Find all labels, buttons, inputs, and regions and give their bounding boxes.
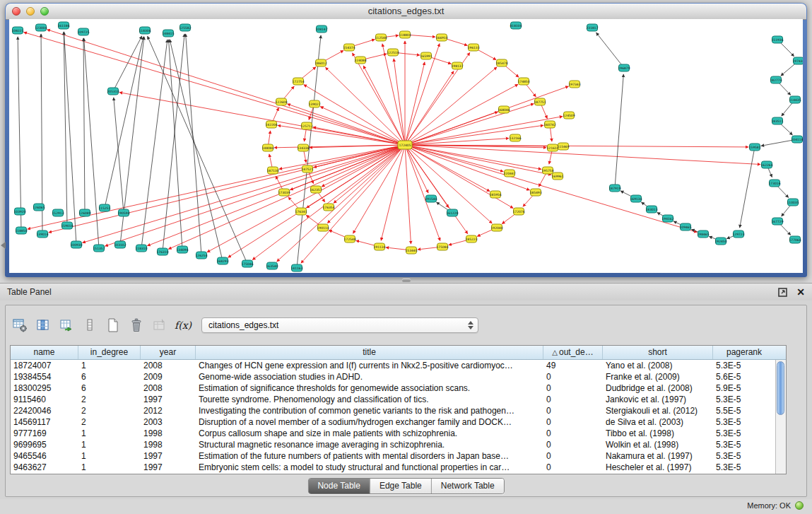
graph-node[interactable]: 159581 — [748, 144, 760, 151]
table-cell[interactable]: Nakamura et al. (1997) — [603, 450, 713, 462]
graph-node[interactable]: 224088 — [354, 57, 366, 64]
graph-node[interactable]: 134336 — [297, 144, 309, 151]
table-cell[interactable]: 1997 — [141, 462, 196, 473]
graph-node[interactable]: 177064 — [789, 236, 801, 243]
table-cell[interactable]: 0 — [543, 428, 603, 439]
graph-node[interactable]: 114435 — [789, 96, 801, 103]
graph-node[interactable]: 151357 — [93, 245, 105, 252]
table-cell[interactable]: 5.3E-5 — [713, 416, 775, 428]
memory-status-icon[interactable] — [795, 501, 804, 510]
column-header-short[interactable]: short — [603, 346, 713, 359]
graph-node[interactable]: 195758 — [541, 167, 553, 174]
graph-node[interactable]: 186012 — [314, 59, 326, 66]
table-cell[interactable]: Estimation of the future numbers of pati… — [196, 450, 543, 462]
table-cell[interactable]: 9465546 — [11, 450, 78, 462]
table-cell[interactable]: 0 — [543, 439, 603, 450]
graph-node[interactable]: 118306 — [139, 27, 151, 34]
table-cell[interactable]: 1 — [78, 439, 141, 450]
table-cell[interactable]: 5.3E-5 — [713, 428, 775, 439]
graph-node[interactable]: 183511 — [771, 117, 783, 124]
table-cell[interactable]: 9699695 — [11, 439, 78, 450]
table-row[interactable]: 911546021997Tourette syndrome. Phenomeno… — [11, 394, 775, 405]
column-header-out-de-[interactable]: △out_de… — [543, 346, 603, 359]
graph-node[interactable]: 166910 — [435, 34, 447, 41]
table-cell[interactable]: Changes of HCN gene expression and I(f) … — [196, 360, 543, 371]
graph-hub-node[interactable]: 172405 — [398, 141, 412, 149]
graph-node[interactable]: 104118 — [791, 136, 803, 143]
close-window-button[interactable] — [12, 7, 20, 16]
graph-node[interactable]: 151936 — [771, 36, 783, 43]
graph-node[interactable]: 172548 — [343, 235, 355, 243]
show-columns-icon[interactable] — [35, 317, 52, 334]
table-cell[interactable]: 5.3E-5 — [713, 360, 775, 371]
graph-node[interactable]: 121618 — [546, 144, 558, 151]
graph-node[interactable]: 124509 — [563, 112, 575, 119]
graph-node[interactable]: 205310 — [107, 88, 119, 95]
table-cell[interactable]: Yano et al. (2008) — [603, 360, 713, 371]
graph-node[interactable]: 182774 — [770, 76, 782, 83]
table-cell[interactable]: 2009 — [141, 371, 196, 382]
graph-node[interactable]: 139027 — [308, 100, 320, 107]
table-cell[interactable]: 1 — [78, 428, 141, 439]
minimize-window-button[interactable] — [26, 7, 35, 16]
graph-node[interactable]: 185478 — [495, 59, 507, 66]
graph-node[interactable]: 159018 — [61, 222, 73, 229]
table-cell[interactable]: 1998 — [141, 439, 196, 450]
table-cell[interactable]: 6 — [78, 371, 141, 382]
column-header-name[interactable]: name — [11, 346, 78, 359]
graph-node[interactable]: 109725 — [77, 28, 89, 35]
table-cell[interactable]: Wolkin et al. (1998) — [603, 439, 713, 450]
graph-node[interactable]: 231817 — [586, 24, 598, 31]
graph-node[interactable]: 185223 — [465, 235, 477, 243]
table-cell[interactable]: 0 — [543, 382, 603, 394]
graph-node[interactable]: 187130 — [266, 167, 278, 174]
graph-node[interactable]: 172076 — [512, 208, 524, 215]
table-cell[interactable]: 5.3E-5 — [713, 462, 775, 473]
table-cell[interactable]: Tourette syndrome. Phenomenology and cla… — [196, 394, 543, 405]
graph-node[interactable]: 172754 — [292, 78, 304, 85]
graph-node[interactable]: 168046 — [498, 106, 510, 113]
graph-node[interactable]: 190114 — [317, 224, 329, 231]
graph-node[interactable]: 122518 — [387, 49, 399, 56]
table-cell[interactable]: 0 — [543, 405, 603, 416]
float-panel-icon[interactable] — [777, 287, 788, 298]
graph-node[interactable]: 196879 — [618, 64, 630, 71]
graph-node[interactable]: 169134 — [630, 195, 642, 202]
table-cell[interactable]: 0 — [543, 416, 603, 428]
graph-node[interactable]: 126065 — [33, 204, 45, 211]
graph-node[interactable]: 126089 — [78, 209, 90, 216]
graph-node[interactable]: 161186 — [57, 22, 69, 29]
graph-node[interactable]: 162357 — [310, 186, 322, 193]
graph-node[interactable]: 108147 — [315, 25, 327, 33]
graph-node[interactable]: 129723 — [732, 230, 744, 238]
graph-node[interactable]: 818104 — [510, 22, 522, 29]
table-cell[interactable]: 2012 — [141, 405, 196, 416]
graph-node[interactable]: 139014 — [36, 230, 48, 238]
citation-network-graph[interactable]: 1188041669101961331854781748501877511607… — [9, 19, 803, 273]
table-row[interactable]: 946554611997Estimation of the future num… — [11, 450, 775, 462]
tab-edge-table[interactable]: Edge Table — [370, 479, 431, 493]
graph-node[interactable]: 109465 — [679, 223, 691, 230]
graph-node[interactable]: 118804 — [399, 31, 411, 38]
table-cell[interactable]: 0 — [543, 462, 603, 473]
column-header-title[interactable]: title — [196, 346, 543, 359]
table-cell[interactable]: 2003 — [141, 416, 196, 428]
table-cell[interactable]: 2 — [78, 405, 141, 416]
graph-node[interactable]: 118850 — [15, 227, 27, 234]
graph-node[interactable]: 167729 — [771, 218, 783, 225]
table-cell[interactable]: 0 — [543, 371, 603, 382]
graph-node[interactable]: 115251 — [98, 204, 110, 211]
table-cell[interactable]: 14569117 — [11, 416, 78, 428]
table-cell[interactable]: 6 — [78, 382, 141, 394]
graph-node[interactable]: 132166 — [509, 134, 521, 141]
graph-node[interactable]: 220447 — [503, 170, 515, 177]
table-cell[interactable]: 9115460 — [11, 394, 78, 405]
graph-node[interactable]: 142206 — [265, 121, 277, 128]
graph-node[interactable]: 198137 — [451, 62, 463, 69]
close-panel-icon[interactable]: ✕ — [796, 287, 805, 297]
table-cell[interactable]: Genome-wide association studies in ADHD. — [196, 371, 543, 382]
graph-node[interactable]: 185956 — [489, 191, 501, 198]
graph-node[interactable]: 123004 — [35, 24, 47, 31]
column-header-in-degree[interactable]: in_degree — [78, 346, 141, 359]
graph-node[interactable]: 173016 — [768, 180, 780, 187]
